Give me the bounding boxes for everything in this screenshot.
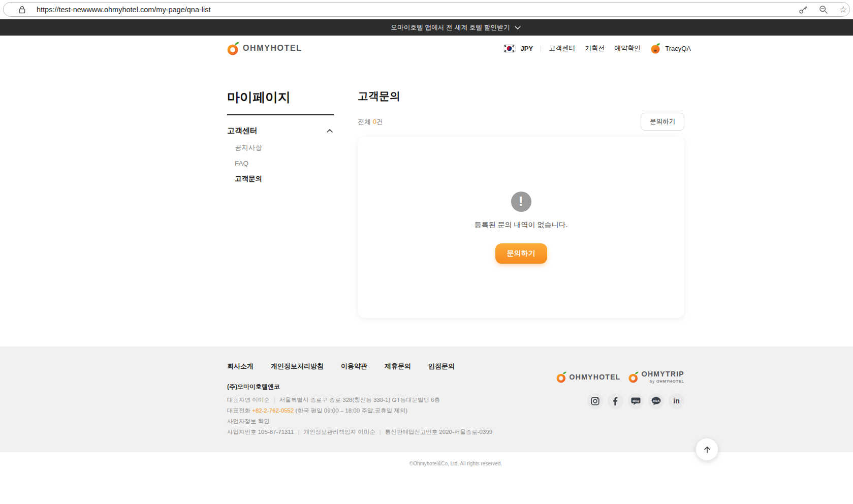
key-icon[interactable] xyxy=(799,5,808,14)
footer-registration-line: 사업자번호 105-87-71311|개인정보관리책임자 이미순|통신판매업신고… xyxy=(227,428,492,436)
sidebar-item-faq[interactable]: FAQ xyxy=(227,156,334,171)
lock-icon xyxy=(19,6,25,14)
total-count-value: 0 xyxy=(373,118,376,125)
scroll-to-top-button[interactable] xyxy=(696,438,718,461)
footer-company-name: (주)오마이호텔앤코 xyxy=(227,383,492,391)
orange-logo-icon xyxy=(556,370,567,384)
copyright-text: ©Ohmyhotel&Co, Ltd. All rights reserved. xyxy=(227,452,684,475)
svg-text:in: in xyxy=(673,397,679,405)
footer-ohmyhotel-logo: OHMYHOTEL xyxy=(556,370,621,384)
facebook-icon xyxy=(611,397,620,405)
footer-link-partnership[interactable]: 제휴문의 xyxy=(385,362,411,371)
svg-text:TALK: TALK xyxy=(653,399,660,402)
site-header: OHMYHOTEL xyxy=(0,36,853,61)
mypage-content: 마이페이지 고객센터 공지사항 FAQ 고객문의 고객문의 전체 0건 문의하기… xyxy=(227,61,684,318)
ohmyhotel-logo[interactable]: OHMYHOTEL xyxy=(227,41,302,56)
instagram-link[interactable] xyxy=(587,393,603,409)
currency-code: JPY xyxy=(521,45,533,52)
promo-banner[interactable]: 오마이호텔 앱에서 전 세계 호텔 할인받기 xyxy=(0,19,853,36)
footer-link-terms[interactable]: 이용약관 xyxy=(341,362,367,371)
arrow-up-icon xyxy=(703,445,712,454)
blog-icon: blog xyxy=(631,397,641,405)
linkedin-link[interactable]: in xyxy=(669,393,684,409)
mypage-sidebar: 마이페이지 고객센터 공지사항 FAQ 고객문의 xyxy=(227,89,334,318)
nav-customer-center[interactable]: 고객센터 xyxy=(549,44,575,53)
page-title: 마이페이지 xyxy=(227,89,334,115)
footer-trip-wordmark: OHMYTRIP xyxy=(642,370,684,378)
logo-wordmark: OHMYHOTEL xyxy=(243,44,302,53)
sidebar-section-customer-center[interactable]: 고객센터 xyxy=(227,115,334,140)
zoom-out-icon[interactable] xyxy=(819,5,828,14)
total-count-line: 전체 0건 xyxy=(358,117,383,127)
empty-state-card: ! 등록된 문의 내역이 없습니다. 문의하기 xyxy=(358,137,684,318)
currency-selector[interactable]: JPY xyxy=(503,44,533,53)
footer-link-about[interactable]: 회사소개 xyxy=(227,362,254,371)
exclamation-icon: ! xyxy=(511,192,531,212)
browser-toolbar: https://test-newwww.ohmyhotel.com/my-pag… xyxy=(0,0,853,19)
instagram-icon xyxy=(591,397,599,405)
bookmark-star-icon[interactable]: ☆ xyxy=(839,4,847,15)
footer-trip-byline: by OHMYHOTEL xyxy=(650,379,684,384)
orange-logo-icon xyxy=(628,370,639,384)
footer-phone-number[interactable]: +82-2-762-0552 xyxy=(252,407,294,414)
inquiry-button-primary[interactable]: 문의하기 xyxy=(495,243,547,264)
footer-link-privacy[interactable]: 개인정보처리방침 xyxy=(271,362,324,371)
footer-links: 회사소개 개인정보처리방침 이용약관 제휴문의 입점문의 xyxy=(227,362,492,371)
nav-promotions[interactable]: 기획전 xyxy=(585,44,605,53)
user-menu[interactable]: TracyQA xyxy=(650,43,691,54)
sidebar-section-label: 고객센터 xyxy=(227,126,258,136)
footer-phone-line: 대표전화 +82-2-762-0552 (한국 평일 09:00 – 18:00… xyxy=(227,406,492,415)
promo-banner-text: 오마이호텔 앱에서 전 세계 호텔 할인받기 xyxy=(391,23,510,32)
inquiry-button-top[interactable]: 문의하기 xyxy=(641,113,684,131)
panel-title: 고객문의 xyxy=(358,89,684,103)
url-text[interactable]: https://test-newwww.ohmyhotel.com/my-pag… xyxy=(37,6,211,14)
footer-ceo-address: 대표자명 이미순|서울특별시 종로구 종로 328(창신동 330-1) GT동… xyxy=(227,396,492,404)
facebook-link[interactable] xyxy=(608,393,623,409)
address-bar[interactable]: https://test-newwww.ohmyhotel.com/my-pag… xyxy=(3,2,850,17)
kakaotalk-icon: TALK xyxy=(651,397,661,405)
naver-blog-link[interactable]: blog xyxy=(628,393,644,409)
chevron-up-icon xyxy=(327,129,333,133)
kakaotalk-link[interactable]: TALK xyxy=(648,393,664,409)
orange-logo-icon xyxy=(227,41,240,56)
linkedin-icon: in xyxy=(672,397,681,405)
sidebar-item-notices[interactable]: 공지사항 xyxy=(227,140,334,156)
footer-logo-wordmark: OHMYHOTEL xyxy=(570,373,621,381)
nav-booking-check[interactable]: 예약확인 xyxy=(614,44,641,53)
inquiry-panel: 고객문의 전체 0건 문의하기 ! 등록된 문의 내역이 없습니다. 문의하기 xyxy=(358,89,684,318)
chevron-down-icon[interactable] xyxy=(515,26,521,29)
site-footer: 회사소개 개인정보처리방침 이용약관 제휴문의 입점문의 (주)오마이호텔앤코 … xyxy=(0,346,853,452)
korea-flag-icon xyxy=(503,44,516,53)
footer-link-vendor[interactable]: 입점문의 xyxy=(428,362,455,371)
footer-ohmytrip-logo: OHMYTRIP by OHMYHOTEL xyxy=(628,370,684,384)
empty-message: 등록된 문의 내역이 없습니다. xyxy=(475,220,568,230)
sidebar-item-inquiries[interactable]: 고객문의 xyxy=(227,171,334,187)
svg-text:blog: blog xyxy=(633,399,639,402)
user-name: TracyQA xyxy=(665,45,691,52)
user-avatar-orange-icon xyxy=(650,43,661,54)
header-divider xyxy=(541,45,541,52)
footer-biz-info-check[interactable]: 사업자정보 확인 xyxy=(227,417,492,425)
